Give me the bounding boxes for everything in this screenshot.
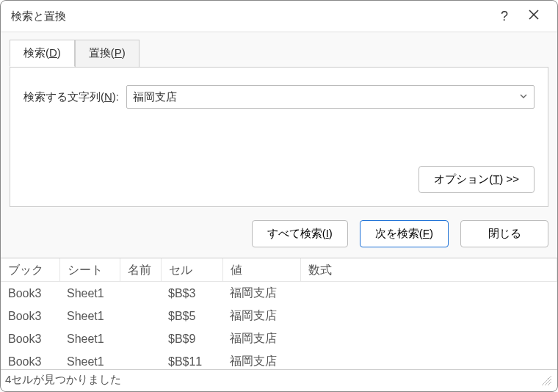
chevron-down-icon[interactable]	[513, 92, 528, 103]
cell-name	[120, 327, 161, 350]
button-row: すべて検索(I) 次を検索(F) 閉じる	[1, 207, 557, 258]
table-row[interactable]: Book3Sheet1$B$5福岡支店	[1, 305, 557, 327]
col-header-cell[interactable]: セル	[161, 258, 222, 282]
close-button[interactable]: 閉じる	[460, 220, 548, 247]
cell-book: Book3	[1, 282, 59, 305]
cell-cell: $B$3	[161, 282, 222, 305]
tab-area: 検索(D) 置換(P) 検索する文字列(N): 福岡支店	[1, 32, 557, 207]
tab-search[interactable]: 検索(D)	[10, 40, 75, 67]
help-icon[interactable]: ?	[493, 9, 516, 24]
search-row: 検索する文字列(N): 福岡支店	[23, 85, 535, 109]
tab-search-accesskey: D	[49, 46, 57, 59]
results-grid[interactable]: ブック シート 名前 セル 値 数式 Book3Sheet1$B$3福岡支店Bo…	[1, 258, 557, 369]
cell-value: 福岡支店	[222, 305, 300, 327]
cell-sheet: Sheet1	[59, 350, 120, 369]
col-header-value[interactable]: 値	[222, 258, 300, 282]
tab-body: 検索する文字列(N): 福岡支店 オプション(T) >>	[10, 67, 548, 207]
col-header-formula[interactable]: 数式	[300, 258, 557, 282]
titlebar: 検索と置換 ?	[1, 1, 557, 32]
statusbar: 4セルが見つかりました	[1, 369, 557, 391]
cell-book: Book3	[1, 327, 59, 350]
col-header-book[interactable]: ブック	[1, 258, 59, 282]
table-row[interactable]: Book3Sheet1$B$3福岡支店	[1, 282, 557, 305]
cell-formula	[300, 305, 557, 327]
tab-search-label: 検索	[23, 46, 46, 59]
dialog-title: 検索と置換	[11, 10, 493, 23]
cell-name	[120, 282, 161, 305]
cell-formula	[300, 282, 557, 305]
tab-replace-accesskey: P	[115, 46, 122, 59]
resize-grip-icon[interactable]	[541, 375, 551, 385]
cell-sheet: Sheet1	[59, 327, 120, 350]
cell-cell: $B$5	[161, 305, 222, 327]
cell-cell: $B$9	[161, 327, 222, 350]
cell-book: Book3	[1, 350, 59, 369]
options-button[interactable]: オプション(T) >>	[418, 166, 535, 193]
close-icon[interactable]	[522, 9, 546, 24]
col-header-sheet[interactable]: シート	[59, 258, 120, 282]
find-all-button[interactable]: すべて検索(I)	[252, 220, 348, 247]
cell-book: Book3	[1, 305, 59, 327]
cell-value: 福岡支店	[222, 327, 300, 350]
cell-formula	[300, 327, 557, 350]
cell-formula	[300, 350, 557, 369]
cell-value: 福岡支店	[222, 282, 300, 305]
cell-sheet: Sheet1	[59, 305, 120, 327]
search-combobox[interactable]: 福岡支店	[126, 85, 535, 109]
cell-sheet: Sheet1	[59, 282, 120, 305]
find-next-button[interactable]: 次を検索(F)	[360, 220, 449, 247]
search-input[interactable]: 福岡支店	[133, 90, 513, 104]
tabs: 検索(D) 置換(P)	[10, 40, 548, 68]
cell-value: 福岡支店	[222, 350, 300, 369]
cell-name	[120, 305, 161, 327]
cell-cell: $B$11	[161, 350, 222, 369]
search-label: 検索する文字列(N):	[23, 90, 119, 104]
tab-replace-label: 置換	[89, 46, 111, 59]
status-text: 4セルが見つかりました	[5, 373, 121, 387]
table-row[interactable]: Book3Sheet1$B$11福岡支店	[1, 350, 557, 369]
col-header-name[interactable]: 名前	[120, 258, 161, 282]
results-table: ブック シート 名前 セル 値 数式 Book3Sheet1$B$3福岡支店Bo…	[1, 258, 557, 369]
results-header-row: ブック シート 名前 セル 値 数式	[1, 258, 557, 282]
table-row[interactable]: Book3Sheet1$B$9福岡支店	[1, 327, 557, 350]
tab-replace[interactable]: 置換(P)	[75, 40, 140, 67]
options-row: オプション(T) >>	[23, 166, 535, 193]
find-replace-dialog: 検索と置換 ? 検索(D) 置換(P) 検索する文字列(N): 福岡支店	[0, 0, 558, 392]
cell-name	[120, 350, 161, 369]
